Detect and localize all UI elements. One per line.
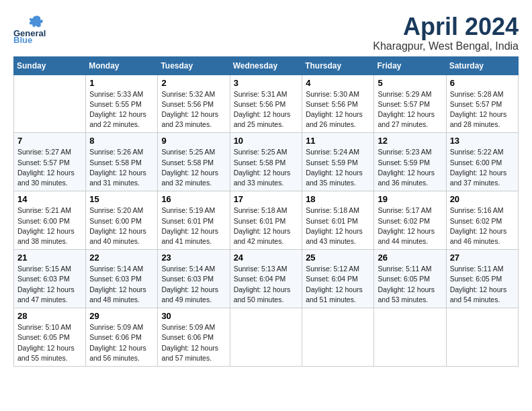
day-info: Sunrise: 5:14 AM Sunset: 6:03 PM Dayligh… bbox=[161, 264, 226, 305]
title-area: April 2024 Kharagpur, West Bengal, India bbox=[373, 13, 519, 52]
day-number: 28 bbox=[17, 311, 82, 321]
calendar-cell: 11Sunrise: 5:24 AM Sunset: 5:59 PM Dayli… bbox=[302, 133, 374, 191]
day-number: 13 bbox=[450, 136, 515, 146]
day-info: Sunrise: 5:26 AM Sunset: 5:58 PM Dayligh… bbox=[89, 147, 154, 188]
day-number: 10 bbox=[234, 136, 299, 146]
day-number: 16 bbox=[161, 194, 226, 204]
day-info: Sunrise: 5:30 AM Sunset: 5:56 PM Dayligh… bbox=[306, 89, 370, 130]
day-info: Sunrise: 5:13 AM Sunset: 6:04 PM Dayligh… bbox=[234, 264, 299, 305]
day-info: Sunrise: 5:11 AM Sunset: 6:05 PM Dayligh… bbox=[450, 264, 515, 305]
day-number: 21 bbox=[17, 253, 82, 263]
day-info: Sunrise: 5:22 AM Sunset: 6:00 PM Dayligh… bbox=[450, 147, 515, 188]
day-info: Sunrise: 5:09 AM Sunset: 6:06 PM Dayligh… bbox=[161, 322, 226, 363]
calendar-week-row: 1Sunrise: 5:33 AM Sunset: 5:55 PM Daylig… bbox=[14, 75, 519, 133]
day-info: Sunrise: 5:24 AM Sunset: 5:59 PM Dayligh… bbox=[306, 147, 370, 188]
calendar-cell: 28Sunrise: 5:10 AM Sunset: 6:05 PM Dayli… bbox=[14, 308, 86, 367]
day-number: 6 bbox=[450, 78, 515, 88]
calendar-cell: 27Sunrise: 5:11 AM Sunset: 6:05 PM Dayli… bbox=[446, 250, 518, 308]
calendar-day-header: Sunday bbox=[14, 56, 86, 75]
day-info: Sunrise: 5:17 AM Sunset: 6:02 PM Dayligh… bbox=[378, 205, 442, 246]
calendar-day-header: Tuesday bbox=[158, 56, 230, 75]
month-title: April 2024 bbox=[373, 13, 519, 40]
day-number: 15 bbox=[89, 194, 154, 204]
day-number: 4 bbox=[306, 78, 370, 88]
calendar-cell: 17Sunrise: 5:18 AM Sunset: 6:01 PM Dayli… bbox=[230, 191, 302, 250]
day-number: 17 bbox=[234, 194, 299, 204]
day-number: 9 bbox=[161, 136, 226, 146]
day-info: Sunrise: 5:28 AM Sunset: 5:57 PM Dayligh… bbox=[450, 89, 515, 130]
day-info: Sunrise: 5:23 AM Sunset: 5:59 PM Dayligh… bbox=[378, 147, 442, 188]
day-number: 11 bbox=[306, 136, 370, 146]
calendar-table: SundayMondayTuesdayWednesdayThursdayFrid… bbox=[13, 56, 519, 367]
day-info: Sunrise: 5:33 AM Sunset: 5:55 PM Dayligh… bbox=[89, 89, 154, 130]
logo: GeneralBlue bbox=[13, 13, 47, 44]
day-info: Sunrise: 5:20 AM Sunset: 6:00 PM Dayligh… bbox=[89, 205, 154, 246]
day-number: 8 bbox=[89, 136, 154, 146]
day-info: Sunrise: 5:31 AM Sunset: 5:56 PM Dayligh… bbox=[234, 89, 299, 130]
calendar-cell: 21Sunrise: 5:15 AM Sunset: 6:03 PM Dayli… bbox=[14, 250, 86, 308]
day-number: 25 bbox=[306, 253, 370, 263]
calendar-cell: 4Sunrise: 5:30 AM Sunset: 5:56 PM Daylig… bbox=[302, 75, 374, 133]
calendar-header-row: SundayMondayTuesdayWednesdayThursdayFrid… bbox=[14, 56, 519, 75]
calendar-cell: 5Sunrise: 5:29 AM Sunset: 5:57 PM Daylig… bbox=[374, 75, 446, 133]
calendar-cell: 22Sunrise: 5:14 AM Sunset: 6:03 PM Dayli… bbox=[86, 250, 158, 308]
day-number: 12 bbox=[378, 136, 442, 146]
calendar-cell: 12Sunrise: 5:23 AM Sunset: 5:59 PM Dayli… bbox=[374, 133, 446, 191]
calendar-cell: 3Sunrise: 5:31 AM Sunset: 5:56 PM Daylig… bbox=[230, 75, 302, 133]
day-info: Sunrise: 5:32 AM Sunset: 5:56 PM Dayligh… bbox=[161, 89, 226, 130]
day-info: Sunrise: 5:18 AM Sunset: 6:01 PM Dayligh… bbox=[234, 205, 299, 246]
calendar-cell: 10Sunrise: 5:25 AM Sunset: 5:58 PM Dayli… bbox=[230, 133, 302, 191]
calendar-cell bbox=[374, 308, 446, 367]
day-info: Sunrise: 5:16 AM Sunset: 6:02 PM Dayligh… bbox=[450, 205, 515, 246]
calendar-cell bbox=[14, 75, 86, 133]
calendar-cell: 25Sunrise: 5:12 AM Sunset: 6:04 PM Dayli… bbox=[302, 250, 374, 308]
day-number: 22 bbox=[89, 253, 154, 263]
day-number: 7 bbox=[17, 136, 82, 146]
day-number: 24 bbox=[234, 253, 299, 263]
day-number: 27 bbox=[450, 253, 515, 263]
calendar-cell: 16Sunrise: 5:19 AM Sunset: 6:01 PM Dayli… bbox=[158, 191, 230, 250]
calendar-day-header: Friday bbox=[374, 56, 446, 75]
calendar-cell bbox=[302, 308, 374, 367]
calendar-cell: 7Sunrise: 5:27 AM Sunset: 5:57 PM Daylig… bbox=[14, 133, 86, 191]
day-info: Sunrise: 5:12 AM Sunset: 6:04 PM Dayligh… bbox=[306, 264, 370, 305]
day-number: 26 bbox=[378, 253, 442, 263]
day-number: 14 bbox=[17, 194, 82, 204]
day-number: 5 bbox=[378, 78, 442, 88]
calendar-cell: 14Sunrise: 5:21 AM Sunset: 6:00 PM Dayli… bbox=[14, 191, 86, 250]
location: Kharagpur, West Bengal, India bbox=[373, 40, 519, 52]
day-number: 30 bbox=[161, 311, 226, 321]
calendar-cell bbox=[230, 308, 302, 367]
calendar-day-header: Saturday bbox=[446, 56, 518, 75]
calendar-cell: 9Sunrise: 5:25 AM Sunset: 5:58 PM Daylig… bbox=[158, 133, 230, 191]
calendar-cell: 13Sunrise: 5:22 AM Sunset: 6:00 PM Dayli… bbox=[446, 133, 518, 191]
calendar-cell: 20Sunrise: 5:16 AM Sunset: 6:02 PM Dayli… bbox=[446, 191, 518, 250]
page-header: GeneralBlue April 2024 Kharagpur, West B… bbox=[13, 13, 519, 52]
day-info: Sunrise: 5:25 AM Sunset: 5:58 PM Dayligh… bbox=[234, 147, 299, 188]
calendar-cell: 18Sunrise: 5:18 AM Sunset: 6:01 PM Dayli… bbox=[302, 191, 374, 250]
day-info: Sunrise: 5:14 AM Sunset: 6:03 PM Dayligh… bbox=[89, 264, 154, 305]
calendar-week-row: 28Sunrise: 5:10 AM Sunset: 6:05 PM Dayli… bbox=[14, 308, 519, 367]
calendar-week-row: 7Sunrise: 5:27 AM Sunset: 5:57 PM Daylig… bbox=[14, 133, 519, 191]
day-info: Sunrise: 5:29 AM Sunset: 5:57 PM Dayligh… bbox=[378, 89, 442, 130]
calendar-cell bbox=[446, 308, 518, 367]
day-number: 2 bbox=[161, 78, 226, 88]
calendar-week-row: 14Sunrise: 5:21 AM Sunset: 6:00 PM Dayli… bbox=[14, 191, 519, 250]
svg-text:Blue: Blue bbox=[13, 35, 32, 44]
calendar-cell: 30Sunrise: 5:09 AM Sunset: 6:06 PM Dayli… bbox=[158, 308, 230, 367]
day-info: Sunrise: 5:19 AM Sunset: 6:01 PM Dayligh… bbox=[161, 205, 226, 246]
calendar-day-header: Thursday bbox=[302, 56, 374, 75]
day-info: Sunrise: 5:21 AM Sunset: 6:00 PM Dayligh… bbox=[17, 205, 82, 246]
day-number: 3 bbox=[234, 78, 299, 88]
day-info: Sunrise: 5:27 AM Sunset: 5:57 PM Dayligh… bbox=[17, 147, 82, 188]
day-info: Sunrise: 5:11 AM Sunset: 6:05 PM Dayligh… bbox=[378, 264, 442, 305]
calendar-cell: 2Sunrise: 5:32 AM Sunset: 5:56 PM Daylig… bbox=[158, 75, 230, 133]
calendar-cell: 8Sunrise: 5:26 AM Sunset: 5:58 PM Daylig… bbox=[86, 133, 158, 191]
day-number: 29 bbox=[89, 311, 154, 321]
day-info: Sunrise: 5:09 AM Sunset: 6:06 PM Dayligh… bbox=[89, 322, 154, 363]
calendar-cell: 29Sunrise: 5:09 AM Sunset: 6:06 PM Dayli… bbox=[86, 308, 158, 367]
calendar-cell: 23Sunrise: 5:14 AM Sunset: 6:03 PM Dayli… bbox=[158, 250, 230, 308]
calendar-cell: 26Sunrise: 5:11 AM Sunset: 6:05 PM Dayli… bbox=[374, 250, 446, 308]
day-number: 19 bbox=[378, 194, 442, 204]
day-info: Sunrise: 5:10 AM Sunset: 6:05 PM Dayligh… bbox=[17, 322, 82, 363]
